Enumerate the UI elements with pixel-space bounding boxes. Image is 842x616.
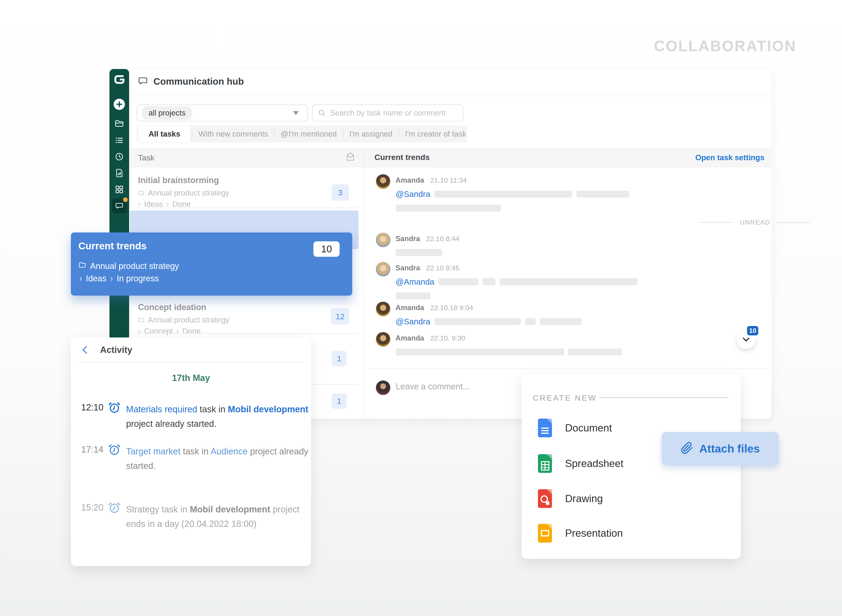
activity-text-segment: task in: [180, 446, 210, 456]
docs-icon: [538, 419, 552, 437]
redacted-text-bar: [396, 249, 442, 256]
activity-text: Materials required task in Mobil develop…: [126, 402, 308, 431]
comment-count-badge: 1: [332, 351, 347, 366]
attach-files-button[interactable]: Attach files: [662, 432, 779, 465]
redacted-text-bar: [434, 318, 521, 325]
create-item-document[interactable]: Document: [538, 419, 612, 437]
hub-header: Communication hub: [138, 76, 244, 87]
chat-task-title: Current trends: [374, 153, 430, 162]
message-line: @Amanda: [396, 277, 762, 286]
comment-count-badge: 12: [331, 308, 349, 325]
create-item-label: Document: [565, 422, 612, 434]
open-task-settings-link[interactable]: Open task settings: [695, 153, 764, 162]
page-title: Communication hub: [153, 76, 244, 87]
avatar: [376, 174, 390, 189]
message-content: Amanda21.10 11:34@Sandra: [396, 174, 762, 213]
envelope-icon[interactable]: [345, 151, 356, 163]
alarm-clock-icon: [108, 501, 121, 515]
chat-message: Amanda22.10. 9:30: [376, 332, 762, 356]
activity-text-segment[interactable]: Materials required: [126, 404, 197, 414]
mention-link[interactable]: @Amanda: [396, 277, 434, 286]
task-row[interactable]: Initial brainstormingAnnual product stra…: [129, 175, 363, 209]
redacted-text-bar: [483, 278, 495, 285]
task-popup-card[interactable]: Current trends 10 Annual product strateg…: [71, 232, 352, 296]
redacted-text-bar: [396, 292, 431, 299]
create-item-label: Spreadsheet: [565, 458, 623, 469]
redacted-text-bar: [576, 191, 629, 198]
search-input[interactable]: [330, 108, 463, 117]
back-button[interactable]: [80, 345, 90, 356]
tab--i-m-mentioned[interactable]: @I'm mentioned: [274, 129, 343, 138]
sidebar-item-add[interactable]: [110, 99, 129, 110]
chevron-down-icon: [741, 335, 751, 344]
search-icon: [318, 109, 326, 117]
tab-i-m-creator-of-task[interactable]: I'm creator of task: [399, 129, 472, 138]
header-divider: [129, 96, 772, 96]
search-box[interactable]: [312, 104, 464, 122]
avatar: [376, 302, 390, 316]
divider-line: [776, 222, 810, 223]
mention-link[interactable]: @Sandra: [396, 189, 430, 199]
task-row[interactable]: Concept ideationAnnual product strategy›…: [129, 302, 363, 336]
message-timestamp: 21.10 11:34: [430, 176, 466, 184]
activity-date: 17th May: [71, 373, 311, 383]
slides-icon: [538, 524, 552, 543]
new-messages-count-badge: 10: [747, 326, 758, 335]
folder-icon: [78, 261, 86, 271]
tab-with-new-comments[interactable]: With new comments: [192, 129, 274, 138]
redacted-text-bar: [434, 191, 572, 198]
app-logo-icon[interactable]: [110, 73, 129, 86]
sidebar-item-history[interactable]: [110, 152, 129, 161]
caret-down-icon: [293, 111, 299, 115]
redacted-text-bar: [540, 318, 582, 325]
chevron-right-icon: ›: [110, 274, 113, 283]
sidebar-item-list[interactable]: [110, 136, 129, 145]
comment-divider: [364, 368, 772, 369]
task-title: Concept ideation: [138, 302, 363, 312]
create-new-title: CREATE NEW: [533, 393, 597, 402]
create-item-label: Presentation: [565, 527, 623, 539]
chevron-right-icon: ›: [79, 274, 82, 283]
activity-time: 12:10: [81, 402, 103, 412]
activity-time: 17:14: [81, 444, 103, 455]
tab-i-m-assigned[interactable]: I'm assigned: [343, 129, 399, 138]
activity-text-segment[interactable]: Audience: [210, 446, 248, 456]
folder-icon: [138, 317, 145, 323]
redacted-text-bar: [525, 318, 535, 325]
activity-text-segment[interactable]: Target market: [126, 446, 180, 456]
sidebar-item-projects[interactable]: [110, 119, 129, 128]
chat-message: Sandra22.10 8:44: [376, 233, 762, 257]
comment-count-badge: 1: [332, 393, 347, 409]
avatar: [376, 233, 390, 247]
create-item-presentation[interactable]: Presentation: [538, 524, 623, 543]
notification-dot: [123, 197, 128, 202]
activity-text-segment: project already started.: [126, 419, 217, 429]
popup-comment-count-badge: 10: [313, 241, 340, 257]
task-breadcrumb: ›Concept›Done: [138, 326, 363, 336]
project-filter-dropdown[interactable]: all projects: [137, 104, 308, 122]
title-rule: [599, 397, 728, 398]
breadcrumb-segment: Ideas: [144, 200, 163, 208]
create-item-spreadsheet[interactable]: Spreadsheet: [538, 454, 623, 473]
tab-all-tasks[interactable]: All tasks: [138, 126, 191, 142]
project-filter-value[interactable]: all projects: [142, 106, 192, 120]
row-divider: [135, 333, 359, 334]
sidebar-item-report[interactable]: [110, 169, 129, 178]
activity-text-segment[interactable]: Mobil development: [228, 404, 308, 414]
activity-text-segment: Strategy task in: [126, 505, 190, 514]
create-item-drawing[interactable]: Drawing: [538, 489, 603, 508]
task-project-row: Annual product strategy: [138, 315, 363, 324]
create-item-label: Drawing: [565, 493, 603, 505]
activity-divider: [78, 362, 304, 363]
chat-message: Amanda22.10.18 9:04@Sandra: [376, 302, 762, 326]
breadcrumb-segment: Done: [172, 200, 191, 208]
sidebar-item-chat[interactable]: [110, 198, 129, 213]
project-name: Annual product strategy: [148, 315, 229, 324]
chat-bubble-icon: [138, 76, 148, 87]
avatar: [376, 332, 390, 346]
breadcrumb-segment: Concept: [144, 327, 173, 336]
popup-breadcrumb: › Ideas › In progress: [79, 274, 159, 283]
create-new-panel: CREATE NEW DocumentSpreadsheetDrawingPre…: [522, 374, 741, 559]
mention-link[interactable]: @Sandra: [396, 317, 430, 326]
sidebar-item-board[interactable]: [110, 185, 129, 194]
